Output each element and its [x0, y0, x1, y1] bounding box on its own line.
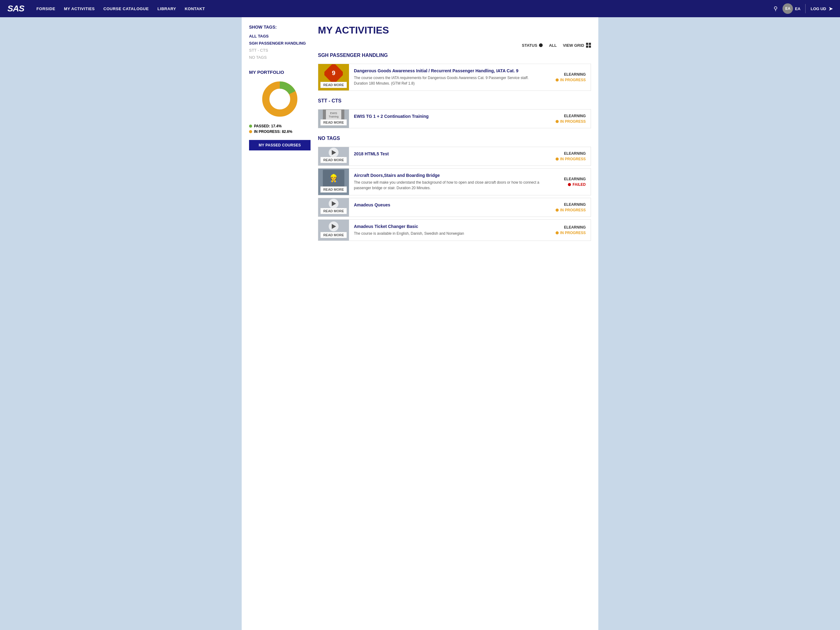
- course-name: Amadeus Queues: [354, 203, 540, 207]
- page-title: MY ACTIVITIES: [318, 25, 591, 36]
- nav-my-activities[interactable]: MY ACTIVITIES: [64, 6, 95, 11]
- course-meta: ELEARNING IN PROGRESS: [545, 64, 591, 90]
- course-body: EWIS TG 1 + 2 Continuation Training: [349, 109, 545, 128]
- status-badge: IN PROGRESS: [556, 208, 586, 212]
- tag-no-tags[interactable]: NO TAGS: [249, 54, 311, 61]
- course-card: EWISTraining READ MORE EWIS TG 1 + 2 Con…: [318, 109, 591, 128]
- aircraft-thumbnail-img: 👷: [318, 169, 349, 188]
- avatar: EA: [783, 3, 793, 14]
- course-meta: ELEARNING FAILED: [545, 169, 591, 195]
- donut-chart: [260, 79, 300, 119]
- status-badge: IN PROGRESS: [556, 231, 586, 235]
- course-body: Aircraft Doors,Stairs and Boarding Bridg…: [349, 169, 545, 195]
- main-content: MY ACTIVITIES STATUS ALL VIEW GRID SGH P…: [318, 25, 591, 623]
- course-description: The course is available in English, Dani…: [354, 231, 540, 236]
- course-name: Amadeus Ticket Changer Basic: [354, 224, 540, 229]
- user-label: EA: [795, 6, 801, 11]
- course-thumbnail: 👷 READ MORE: [318, 169, 349, 195]
- status-badge: IN PROGRESS: [556, 119, 586, 123]
- grid-icon: [586, 43, 591, 47]
- course-card: READ MORE 2018 HTML5 Test ELEARNING IN P…: [318, 147, 591, 166]
- legend-in-progress: IN PROGRESS: 82.6%: [249, 130, 311, 134]
- course-body: Amadeus Ticket Changer Basic The course …: [349, 220, 545, 241]
- nav-forside[interactable]: FORSIDE: [36, 6, 55, 11]
- read-more-btn-2[interactable]: READ MORE: [321, 119, 346, 125]
- course-body: Amadeus Queues: [349, 198, 545, 217]
- section-no-tags-title: NO TAGS: [318, 136, 591, 144]
- portfolio-section: MY PORTFOLIO PASSED: 17.4% IN PROGRE: [249, 70, 311, 150]
- section-sgh: SGH PASSENGER HANDLING 9 READ MORE Dange…: [318, 52, 591, 91]
- status-badge: IN PROGRESS: [556, 78, 586, 82]
- nav-course-catalogue[interactable]: COURSE CATALOGUE: [103, 6, 149, 11]
- html5-thumbnail-img: [318, 147, 349, 158]
- amadeus-queues-thumbnail-img: [318, 198, 349, 209]
- amadeus-ticket-thumbnail-img: [318, 220, 349, 233]
- svg-point-2: [271, 90, 288, 108]
- course-card: 9 READ MORE Dangerous Goods Awareness In…: [318, 64, 591, 91]
- svg-text:9: 9: [332, 70, 335, 76]
- course-thumbnail: EWISTraining READ MORE: [318, 109, 349, 128]
- course-type: ELEARNING: [564, 72, 586, 77]
- course-description: The course covers the IATA requirements …: [354, 75, 540, 86]
- search-icon[interactable]: ⚲: [774, 5, 778, 12]
- nav-library[interactable]: LIBRARY: [158, 6, 176, 11]
- logo: SAS: [7, 4, 24, 14]
- nav-links: FORSIDE MY ACTIVITIES COURSE CATALOGUE L…: [36, 6, 774, 11]
- course-name: Aircraft Doors,Stairs and Boarding Bridg…: [354, 173, 540, 178]
- read-more-btn-5[interactable]: READ MORE: [321, 208, 346, 214]
- status-dot: [539, 43, 543, 47]
- toolbar-all[interactable]: ALL: [549, 43, 556, 47]
- status-indicator: [568, 183, 571, 186]
- status-indicator: [556, 209, 559, 212]
- logout-button[interactable]: LOG UD ➤: [810, 6, 833, 12]
- read-more-btn-4[interactable]: READ MORE: [321, 187, 346, 193]
- hazmat-thumbnail-img: 9: [318, 64, 349, 83]
- course-type: ELEARNING: [564, 114, 586, 118]
- show-tags-label: SHOW TAGS:: [249, 25, 311, 30]
- passed-dot: [249, 125, 252, 128]
- section-no-tags: NO TAGS READ MORE 2018 HTML5 Test EL: [318, 136, 591, 241]
- tag-stt[interactable]: STT - CTS: [249, 47, 311, 54]
- tag-all-tags[interactable]: ALL TAGS: [249, 33, 311, 40]
- toolbar-status[interactable]: STATUS: [522, 43, 543, 47]
- status-badge: IN PROGRESS: [556, 157, 586, 161]
- in-progress-dot: [249, 130, 252, 133]
- status-indicator: [556, 231, 559, 234]
- main-wrapper: SHOW TAGS: ALL TAGS SGH PASSENGER HANDLI…: [242, 17, 598, 630]
- course-thumbnail: 9 READ MORE: [318, 64, 349, 90]
- course-card: READ MORE Amadeus Queues ELEARNING IN PR…: [318, 198, 591, 217]
- status-indicator: [556, 157, 559, 161]
- portfolio-title: MY PORTFOLIO: [249, 70, 311, 75]
- course-card: READ MORE Amadeus Ticket Changer Basic T…: [318, 219, 591, 241]
- course-meta: ELEARNING IN PROGRESS: [545, 220, 591, 241]
- course-type: ELEARNING: [564, 177, 586, 181]
- play-button: [329, 199, 338, 209]
- my-passed-courses-button[interactable]: MY PASSED COURSES: [249, 140, 311, 150]
- read-more-btn-1[interactable]: READ MORE: [321, 82, 346, 88]
- toolbar-view-grid[interactable]: VIEW GRID: [563, 43, 591, 47]
- nav-right: ⚲ EA EA LOG UD ➤: [774, 3, 833, 14]
- course-thumbnail: READ MORE: [318, 220, 349, 241]
- course-name: Dangerous Goods Awareness Initial / Recu…: [354, 68, 540, 73]
- course-body: 2018 HTML5 Test: [349, 147, 545, 166]
- section-stt: STT - CTS EWISTraining READ MORE EWIS TG…: [318, 98, 591, 128]
- course-description: The course will make you understand the …: [354, 180, 540, 191]
- status-indicator: [556, 120, 559, 123]
- tag-sgh[interactable]: SGH PASSENGER HANDLING: [249, 40, 311, 47]
- section-stt-title: STT - CTS: [318, 98, 591, 106]
- logout-icon: ➤: [829, 6, 833, 12]
- course-name: EWIS TG 1 + 2 Continuation Training: [354, 114, 540, 119]
- read-more-btn-6[interactable]: READ MORE: [321, 232, 346, 238]
- nav-kontakt[interactable]: KONTAKT: [185, 6, 205, 11]
- course-thumbnail: READ MORE: [318, 198, 349, 217]
- sidebar: SHOW TAGS: ALL TAGS SGH PASSENGER HANDLI…: [249, 25, 311, 623]
- course-card: 👷 READ MORE Aircraft Doors,Stairs and Bo…: [318, 168, 591, 195]
- play-button: [329, 148, 338, 157]
- course-type: ELEARNING: [564, 225, 586, 230]
- status-badge: FAILED: [568, 182, 586, 187]
- course-thumbnail: READ MORE: [318, 147, 349, 166]
- read-more-btn-3[interactable]: READ MORE: [321, 157, 346, 163]
- course-name: 2018 HTML5 Test: [354, 151, 540, 156]
- section-sgh-title: SGH PASSENGER HANDLING: [318, 52, 591, 60]
- course-type: ELEARNING: [564, 151, 586, 156]
